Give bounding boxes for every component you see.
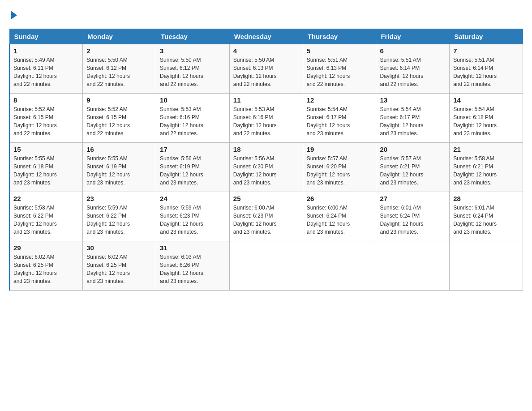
day-number: 17 <box>160 146 226 153</box>
day-number: 25 <box>233 195 299 202</box>
calendar-cell: 27 Sunrise: 6:01 AM Sunset: 6:24 PM Dayl… <box>376 192 450 241</box>
page-header <box>9 9 523 20</box>
day-info: Sunrise: 5:59 AM Sunset: 6:23 PM Dayligh… <box>160 204 226 236</box>
logo-triangle-icon <box>11 11 17 20</box>
calendar-cell: 28 Sunrise: 6:01 AM Sunset: 6:24 PM Dayl… <box>450 192 523 241</box>
day-info: Sunrise: 5:56 AM Sunset: 6:20 PM Dayligh… <box>233 154 299 187</box>
day-info: Sunrise: 5:51 AM Sunset: 6:14 PM Dayligh… <box>453 56 519 88</box>
calendar-cell: 2 Sunrise: 5:50 AM Sunset: 6:12 PM Dayli… <box>83 44 156 94</box>
day-number: 24 <box>160 195 226 202</box>
day-number: 7 <box>453 47 519 55</box>
calendar-cell: 24 Sunrise: 5:59 AM Sunset: 6:23 PM Dayl… <box>156 192 230 241</box>
day-info: Sunrise: 5:51 AM Sunset: 6:14 PM Dayligh… <box>380 56 446 88</box>
calendar-cell: 13 Sunrise: 5:54 AM Sunset: 6:17 PM Dayl… <box>376 94 450 143</box>
calendar-cell: 15 Sunrise: 5:55 AM Sunset: 6:18 PM Dayl… <box>9 143 83 192</box>
day-info: Sunrise: 5:54 AM Sunset: 6:17 PM Dayligh… <box>307 105 373 137</box>
calendar-cell: 12 Sunrise: 5:54 AM Sunset: 6:17 PM Dayl… <box>303 94 376 143</box>
header-friday: Friday <box>376 29 450 44</box>
header-thursday: Thursday <box>303 29 376 44</box>
day-number: 18 <box>233 146 299 153</box>
day-info: Sunrise: 5:52 AM Sunset: 6:15 PM Dayligh… <box>86 105 152 137</box>
day-number: 9 <box>86 96 152 104</box>
calendar-cell: 7 Sunrise: 5:51 AM Sunset: 6:14 PM Dayli… <box>450 44 523 94</box>
day-info: Sunrise: 5:49 AM Sunset: 6:11 PM Dayligh… <box>13 56 79 88</box>
header-tuesday: Tuesday <box>156 29 230 44</box>
header-saturday: Saturday <box>450 29 523 44</box>
logo <box>9 9 17 20</box>
calendar-cell <box>376 241 450 291</box>
calendar-week-row: 15 Sunrise: 5:55 AM Sunset: 6:18 PM Dayl… <box>9 143 523 192</box>
day-info: Sunrise: 5:55 AM Sunset: 6:19 PM Dayligh… <box>86 154 152 187</box>
calendar-cell: 23 Sunrise: 5:59 AM Sunset: 6:22 PM Dayl… <box>83 192 156 241</box>
calendar-cell: 22 Sunrise: 5:58 AM Sunset: 6:22 PM Dayl… <box>9 192 83 241</box>
calendar-cell: 10 Sunrise: 5:53 AM Sunset: 6:16 PM Dayl… <box>156 94 230 143</box>
calendar-cell: 30 Sunrise: 6:02 AM Sunset: 6:25 PM Dayl… <box>83 241 156 291</box>
calendar-cell: 29 Sunrise: 6:02 AM Sunset: 6:25 PM Dayl… <box>9 241 83 291</box>
day-info: Sunrise: 5:50 AM Sunset: 6:12 PM Dayligh… <box>86 56 152 88</box>
day-number: 27 <box>380 195 446 202</box>
calendar-cell <box>303 241 376 291</box>
calendar-cell: 19 Sunrise: 5:57 AM Sunset: 6:20 PM Dayl… <box>303 143 376 192</box>
calendar-week-row: 29 Sunrise: 6:02 AM Sunset: 6:25 PM Dayl… <box>9 241 523 291</box>
day-number: 13 <box>380 96 446 104</box>
calendar-week-row: 1 Sunrise: 5:49 AM Sunset: 6:11 PM Dayli… <box>9 44 523 94</box>
calendar-cell: 26 Sunrise: 6:00 AM Sunset: 6:24 PM Dayl… <box>303 192 376 241</box>
calendar-cell: 9 Sunrise: 5:52 AM Sunset: 6:15 PM Dayli… <box>83 94 156 143</box>
calendar-header-row: SundayMondayTuesdayWednesdayThursdayFrid… <box>9 29 523 44</box>
day-number: 2 <box>86 47 152 55</box>
calendar-cell: 11 Sunrise: 5:53 AM Sunset: 6:16 PM Dayl… <box>229 94 303 143</box>
day-info: Sunrise: 6:00 AM Sunset: 6:23 PM Dayligh… <box>233 204 299 236</box>
day-info: Sunrise: 5:54 AM Sunset: 6:18 PM Dayligh… <box>453 105 519 137</box>
day-number: 21 <box>453 146 519 153</box>
day-info: Sunrise: 6:02 AM Sunset: 6:25 PM Dayligh… <box>86 253 152 285</box>
calendar-cell: 18 Sunrise: 5:56 AM Sunset: 6:20 PM Dayl… <box>229 143 303 192</box>
day-info: Sunrise: 5:53 AM Sunset: 6:16 PM Dayligh… <box>160 105 226 137</box>
day-info: Sunrise: 6:01 AM Sunset: 6:24 PM Dayligh… <box>380 204 446 236</box>
day-number: 29 <box>13 244 79 252</box>
calendar-cell: 6 Sunrise: 5:51 AM Sunset: 6:14 PM Dayli… <box>376 44 450 94</box>
calendar-week-row: 8 Sunrise: 5:52 AM Sunset: 6:15 PM Dayli… <box>9 94 523 143</box>
day-number: 5 <box>307 47 373 55</box>
day-info: Sunrise: 5:52 AM Sunset: 6:15 PM Dayligh… <box>13 105 79 137</box>
calendar-cell: 17 Sunrise: 5:56 AM Sunset: 6:19 PM Dayl… <box>156 143 230 192</box>
header-sunday: Sunday <box>9 29 83 44</box>
day-info: Sunrise: 6:01 AM Sunset: 6:24 PM Dayligh… <box>453 204 519 236</box>
calendar-cell: 3 Sunrise: 5:50 AM Sunset: 6:12 PM Dayli… <box>156 44 230 94</box>
day-number: 26 <box>307 195 373 202</box>
day-number: 3 <box>160 47 226 55</box>
calendar-cell: 20 Sunrise: 5:57 AM Sunset: 6:21 PM Dayl… <box>376 143 450 192</box>
day-number: 30 <box>86 244 152 252</box>
calendar-table: SundayMondayTuesdayWednesdayThursdayFrid… <box>9 29 523 291</box>
day-info: Sunrise: 5:50 AM Sunset: 6:13 PM Dayligh… <box>233 56 299 88</box>
day-number: 16 <box>86 146 152 153</box>
calendar-cell: 25 Sunrise: 6:00 AM Sunset: 6:23 PM Dayl… <box>229 192 303 241</box>
calendar-cell <box>229 241 303 291</box>
day-info: Sunrise: 5:50 AM Sunset: 6:12 PM Dayligh… <box>160 56 226 88</box>
calendar-cell: 31 Sunrise: 6:03 AM Sunset: 6:26 PM Dayl… <box>156 241 230 291</box>
calendar-cell: 21 Sunrise: 5:58 AM Sunset: 6:21 PM Dayl… <box>450 143 523 192</box>
day-number: 8 <box>13 96 79 104</box>
day-number: 4 <box>233 47 299 55</box>
day-number: 28 <box>453 195 519 202</box>
calendar-cell <box>450 241 523 291</box>
day-number: 22 <box>13 195 79 202</box>
day-number: 14 <box>453 96 519 104</box>
calendar-cell: 14 Sunrise: 5:54 AM Sunset: 6:18 PM Dayl… <box>450 94 523 143</box>
day-info: Sunrise: 5:53 AM Sunset: 6:16 PM Dayligh… <box>233 105 299 137</box>
day-info: Sunrise: 6:03 AM Sunset: 6:26 PM Dayligh… <box>160 253 226 285</box>
header-monday: Monday <box>83 29 156 44</box>
header-wednesday: Wednesday <box>229 29 303 44</box>
calendar-cell: 4 Sunrise: 5:50 AM Sunset: 6:13 PM Dayli… <box>229 44 303 94</box>
day-info: Sunrise: 5:58 AM Sunset: 6:22 PM Dayligh… <box>13 204 79 236</box>
day-info: Sunrise: 6:02 AM Sunset: 6:25 PM Dayligh… <box>13 253 79 285</box>
day-info: Sunrise: 6:00 AM Sunset: 6:24 PM Dayligh… <box>307 204 373 236</box>
day-info: Sunrise: 5:58 AM Sunset: 6:21 PM Dayligh… <box>453 154 519 187</box>
day-number: 11 <box>233 96 299 104</box>
day-number: 19 <box>307 146 373 153</box>
day-number: 1 <box>13 47 79 55</box>
day-number: 20 <box>380 146 446 153</box>
day-number: 12 <box>307 96 373 104</box>
day-info: Sunrise: 5:57 AM Sunset: 6:20 PM Dayligh… <box>307 154 373 187</box>
day-info: Sunrise: 5:51 AM Sunset: 6:13 PM Dayligh… <box>307 56 373 88</box>
day-number: 6 <box>380 47 446 55</box>
